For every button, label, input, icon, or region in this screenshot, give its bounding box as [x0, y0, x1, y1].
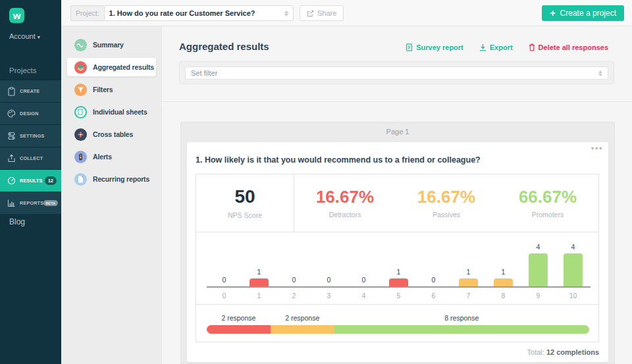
filters-icon [74, 84, 87, 96]
bar-value-label: 0 [311, 276, 346, 284]
page-number: Page 1 [181, 122, 614, 136]
project-label: Project: [70, 5, 104, 21]
topbar: Project: 1. How do you rate our Customer… [61, 0, 632, 26]
bar-1 [250, 278, 269, 287]
aggregated-results-icon [74, 61, 87, 74]
x-tick-label: 3 [311, 292, 346, 299]
bar-value-label: 0 [416, 276, 451, 284]
x-tick-label: 6 [416, 292, 451, 299]
export-button[interactable]: Export [479, 43, 513, 51]
divider [162, 101, 632, 102]
sidebar-nav: CREATEDESIGNSETTINGSCOLLECTRESULTS12REPO… [0, 80, 61, 214]
segment-label: 2 response [271, 314, 334, 322]
bar-5 [389, 278, 408, 287]
set-filter-dropdown[interactable]: Set filter [185, 66, 608, 80]
bar-value-label: 1 [486, 268, 521, 276]
caret-down-icon: ▾ [38, 34, 40, 40]
passives-stat: 16.67% Passives [396, 174, 497, 232]
bar-value-label: 1 [381, 268, 416, 276]
project-selector[interactable]: Project: 1. How do you rate our Customer… [70, 5, 294, 21]
question-card: ••• 1. How likely is it that you would r… [187, 142, 608, 362]
cross-tables-icon [74, 128, 87, 141]
response-distribution-bar [207, 325, 589, 334]
upload-icon [7, 154, 16, 163]
app-logo[interactable]: w [9, 8, 24, 23]
more-options-icon[interactable]: ••• [591, 143, 603, 153]
beta-badge: BETA [43, 200, 57, 206]
nps-stats: 50 NPS Score 16.67% Detractors 16.67% Pa… [196, 174, 599, 232]
project-dropdown[interactable]: 1. How do you rate our Customer Service? [104, 5, 294, 21]
filter-panel: Set filter [179, 61, 614, 84]
x-tick-label: 7 [451, 292, 486, 299]
segment-1 [271, 325, 334, 334]
document-icon [406, 43, 413, 51]
chart-icon [7, 199, 16, 208]
bar-value-label: 4 [521, 243, 556, 251]
segment-label: 2 response [207, 314, 271, 322]
share-button[interactable]: Share [300, 5, 344, 21]
sidebar: w Account ▾ Projects CREATEDESIGNSETTING… [0, 0, 61, 364]
nps-score: 50 NPS Score [196, 174, 294, 232]
plus-icon: + [550, 8, 555, 18]
results-sidebar-item-alerts[interactable]: Alerts [61, 145, 162, 168]
app: Project: 1. How do you rate our Customer… [0, 0, 632, 364]
stacked-bar: 2 response2 response8 response [196, 305, 599, 342]
bar-value-label: 1 [451, 268, 486, 276]
results-count-badge: 12 [45, 176, 57, 185]
bar-value-label: 1 [242, 268, 276, 276]
results-sidebar-item-cross-tables[interactable]: Cross tables [61, 123, 162, 145]
x-tick-label: 9 [521, 292, 556, 299]
bar-value-label: 0 [207, 276, 242, 284]
settings-icon [7, 132, 16, 141]
spinner-icon[interactable] [284, 11, 288, 16]
detractors-stat: 16.67% Detractors [294, 174, 396, 232]
x-tick-label: 5 [381, 292, 416, 299]
results-sidebar-item-individual-sheets[interactable]: Individual sheets [61, 101, 162, 123]
share-icon [307, 10, 314, 17]
sidebar-item-results[interactable]: RESULTS12 [0, 169, 61, 192]
alerts-icon [74, 151, 87, 163]
results-sidebar-item-filters[interactable]: Filters [61, 78, 162, 101]
segment-label: 8 response [334, 314, 589, 322]
page-title: Aggregated results [179, 41, 269, 52]
sidebar-item-blog[interactable]: Blog [9, 217, 25, 226]
x-tick-label: 10 [556, 292, 591, 299]
x-tick-label: 2 [276, 292, 311, 299]
recurring-reports-icon [74, 173, 87, 186]
results-sidebar-item-recurring-reports[interactable]: Recurring reports [61, 168, 162, 190]
sidebar-item-reports[interactable]: REPORTSBETA [0, 192, 61, 214]
sidebar-item-collect[interactable]: COLLECT [0, 147, 61, 169]
bar-9 [529, 253, 548, 286]
gauge-icon [7, 176, 16, 186]
bar-value-label: 4 [556, 243, 591, 251]
page-container: Page 1 ••• 1. How likely is it that you … [180, 122, 615, 364]
bar-8 [494, 278, 513, 287]
bar-value-label: 0 [346, 276, 381, 284]
x-tick-label: 1 [242, 292, 276, 299]
sidebar-item-create[interactable]: CREATE [0, 80, 61, 102]
bar-7 [459, 278, 478, 287]
trash-icon [529, 43, 535, 51]
spinner-icon[interactable] [598, 70, 602, 76]
total-completions: Total: 12 completions [527, 348, 599, 356]
results-sidebar: SummaryAggregated resultsFiltersIndividu… [61, 26, 162, 364]
survey-report-button[interactable]: Survey report [406, 43, 463, 51]
download-icon [479, 43, 487, 51]
summary-icon [74, 39, 87, 51]
results-sidebar-item-summary[interactable]: Summary [61, 34, 162, 56]
account-menu[interactable]: Account ▾ [9, 32, 40, 40]
individual-sheets-icon [74, 106, 87, 118]
create-project-button[interactable]: + Create a project [542, 5, 624, 21]
delete-all-responses-button[interactable]: Delete all responses [529, 43, 608, 51]
sidebar-item-settings[interactable]: SETTINGS [0, 124, 61, 147]
segment-2 [334, 325, 589, 334]
results-sidebar-item-aggregated-results[interactable]: Aggregated results [67, 58, 156, 76]
clipboard-icon [7, 87, 16, 96]
sidebar-item-design[interactable]: DESIGN [0, 102, 61, 124]
x-tick-label: 8 [486, 292, 521, 299]
x-tick-label: 4 [346, 292, 381, 299]
palette-icon [7, 109, 16, 118]
question-title: 1. How likely is it that you would recom… [196, 155, 481, 165]
project-value: 1. How do you rate our Customer Service? [109, 9, 284, 17]
x-tick-label: 0 [207, 292, 242, 299]
